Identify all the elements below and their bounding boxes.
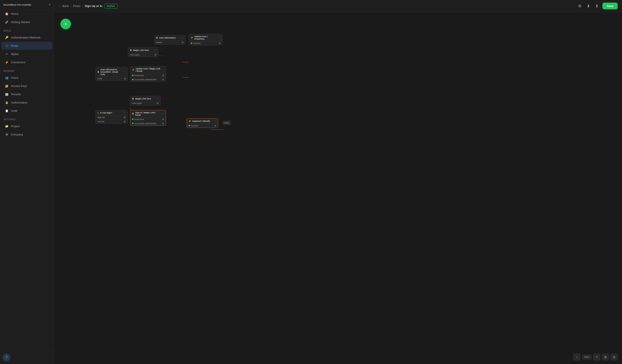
sidebar-item-access-keys[interactable]: 🔐 Access Keys bbox=[1, 82, 52, 90]
sidebar-item-getting-started[interactable]: 🚀 Getting Started bbox=[1, 18, 52, 26]
home-icon: 🏠 bbox=[5, 12, 9, 16]
user-info-unverified-node[interactable]: 🖥 User Information - Unverified - Email … bbox=[95, 67, 128, 81]
download-button[interactable]: ⬇ bbox=[585, 2, 591, 10]
node-title: Sign In / Magic Link / Email bbox=[135, 111, 160, 116]
lock-icon: 🔒 bbox=[5, 100, 9, 104]
node-row: Success bbox=[187, 124, 218, 128]
end-label: END bbox=[224, 122, 229, 124]
breadcrumb-separator: / bbox=[70, 4, 71, 8]
connector-dot bbox=[124, 78, 126, 79]
back-label: Back bbox=[62, 4, 69, 8]
status-dot bbox=[189, 125, 190, 126]
connector-dot bbox=[162, 123, 164, 124]
sidebar-item-company[interactable]: 🏛 Company bbox=[1, 131, 52, 138]
zoom-out-icon: − bbox=[576, 355, 578, 359]
user-information-node[interactable]: 🖥 User Information ⋯ Submit bbox=[154, 35, 186, 45]
project-icon: 📁 bbox=[5, 124, 9, 128]
sidebar-item-connectors[interactable]: ⚡ Connectors bbox=[1, 58, 52, 66]
update-user-properties-node[interactable]: ⚡ Update User / Properties ⋯ Success bbox=[189, 34, 222, 45]
node-menu-icon[interactable]: ⋯ bbox=[218, 36, 220, 39]
node-header: 🖥 User Information ⋯ bbox=[154, 35, 185, 40]
status-dot bbox=[132, 123, 134, 124]
node-row: High risk bbox=[96, 115, 127, 120]
magic-link-sent-2-node[interactable]: 🖥 Magic Link Sent ⋯ Send again bbox=[130, 96, 160, 105]
node-menu-icon[interactable]: ⋯ bbox=[154, 49, 156, 52]
breadcrumb-flows[interactable]: Flows bbox=[73, 4, 80, 8]
screen-icon: 🖥 bbox=[156, 37, 158, 39]
node-header: 🖥 Sign In / Magic Link / Email ⋯ bbox=[130, 110, 166, 117]
settings-button[interactable]: ⚙ bbox=[577, 2, 583, 10]
zoom-in-icon: + bbox=[596, 355, 598, 359]
users-icon: 👥 bbox=[5, 76, 9, 79]
flow-canvas[interactable]: + 🖥 User Information ⋯ Submit bbox=[54, 12, 622, 364]
node-header: ⚡ Update User / Magic Link / Email ⋯ bbox=[130, 66, 166, 74]
fit-view-button[interactable]: ⊞ bbox=[602, 354, 609, 361]
node-menu-icon[interactable]: ⋯ bbox=[162, 113, 164, 115]
sidebar-item-label: Audit bbox=[11, 109, 17, 113]
sidebar-item-project[interactable]: 📁 Project bbox=[1, 122, 52, 130]
node-row: Send again bbox=[128, 53, 158, 57]
connector-dot bbox=[182, 41, 184, 43]
connector-dot bbox=[162, 75, 164, 76]
workspace-selector[interactable]: boundless-iris-coanda ▾ bbox=[0, 0, 54, 10]
node-title: Update User / Properties bbox=[194, 35, 217, 40]
zoom-level-display: 41% bbox=[582, 355, 592, 359]
upload-button[interactable]: ⬆ bbox=[594, 2, 600, 10]
back-button[interactable]: ← Back bbox=[58, 4, 69, 8]
segment-identify-node[interactable]: ⚡ Segment / Identify ⋯ Success bbox=[187, 118, 218, 128]
node-row: Email Sent bbox=[130, 117, 166, 122]
connector-dot bbox=[124, 116, 125, 118]
sidebar-item-label: Tenants bbox=[11, 93, 21, 96]
sidebar-item-tenants[interactable]: 🏢 Tenants bbox=[1, 90, 52, 98]
connector-dot bbox=[124, 121, 125, 122]
connections-svg bbox=[54, 12, 622, 364]
sidebar-item-home[interactable]: 🏠 Home bbox=[1, 10, 52, 18]
magic-link-sent-1-node[interactable]: 🖥 Magic Link Sent ⋯ Send again bbox=[128, 47, 158, 57]
tenants-icon: 🏢 bbox=[5, 92, 9, 96]
fit-view-icon: ⊞ bbox=[604, 355, 607, 359]
node-row: Successful authentication bbox=[130, 78, 166, 81]
chevron-down-icon: ▾ bbox=[49, 3, 50, 6]
sidebar-item-authorization[interactable]: 🔒 Authorization bbox=[1, 98, 52, 106]
minimap-icon: ⊟ bbox=[613, 355, 616, 359]
sidebar-item-label: Company bbox=[11, 133, 23, 136]
support-button[interactable]: ? bbox=[3, 354, 10, 361]
connector-dot bbox=[157, 102, 158, 104]
status-dot bbox=[132, 79, 134, 80]
add-node-button[interactable]: + bbox=[60, 19, 71, 29]
node-row: Email Sent bbox=[130, 74, 166, 78]
sidebar-item-label: Styles bbox=[11, 52, 19, 56]
node-menu-icon[interactable]: ⋯ bbox=[156, 97, 158, 100]
node-menu-icon[interactable]: ⋯ bbox=[214, 120, 216, 122]
connector-dot bbox=[219, 42, 220, 44]
sign-in-magic-link-node[interactable]: 🖥 Sign In / Magic Link / Email ⋯ Email S… bbox=[130, 110, 166, 126]
lightning-icon: ⚡ bbox=[191, 37, 193, 39]
is-risk-high-node[interactable]: ◇ Is risk high? ⋯ High risk Low risk bbox=[95, 110, 127, 124]
topbar: ← Back / Flows / Sign Up or In Active ⚙ … bbox=[54, 0, 622, 12]
update-user-magic-link-node[interactable]: ⚡ Update User / Magic Link / Email ⋯ Ema… bbox=[130, 66, 166, 82]
sidebar-item-audit[interactable]: 📋 Audit bbox=[1, 107, 52, 115]
node-header: ⚡ Segment / Identify ⋯ bbox=[187, 118, 218, 124]
bottom-toolbar: − 41% + ⊞ ⊟ bbox=[573, 354, 618, 361]
node-menu-icon[interactable]: ⋯ bbox=[181, 36, 184, 39]
save-button[interactable]: Save bbox=[603, 3, 618, 9]
workspace-name: boundless-iris-coanda bbox=[3, 3, 31, 6]
node-menu-icon[interactable]: ⋯ bbox=[123, 111, 125, 114]
node-title: Segment / Identify bbox=[192, 120, 213, 122]
node-menu-icon[interactable]: ⋯ bbox=[123, 70, 126, 73]
zoom-out-button[interactable]: − bbox=[573, 354, 580, 361]
sidebar-item-users[interactable]: 👥 Users bbox=[1, 74, 52, 81]
lightning-icon: ⚡ bbox=[132, 69, 135, 71]
node-row: Send again bbox=[130, 101, 160, 105]
zoom-in-button[interactable]: + bbox=[593, 354, 600, 361]
node-title: User Information - Unverified - Email On… bbox=[100, 68, 122, 76]
sidebar-item-authentication-methods[interactable]: 🔑 Authentication Methods bbox=[1, 34, 52, 41]
sidebar-item-styles[interactable]: ✏ Styles bbox=[1, 50, 52, 58]
sidebar-item-label: Authorization bbox=[11, 101, 27, 104]
node-menu-icon[interactable]: ⋯ bbox=[162, 69, 164, 71]
topbar-right: ⚙ ⬇ ⬆ Save bbox=[577, 2, 618, 10]
sidebar: boundless-iris-coanda ▾ 🏠 Home 🚀 Getting… bbox=[0, 0, 54, 364]
minimap-button[interactable]: ⊟ bbox=[611, 354, 618, 361]
node-row: Verify bbox=[96, 77, 128, 81]
sidebar-item-flows[interactable]: ⬡ Flows bbox=[1, 42, 52, 50]
